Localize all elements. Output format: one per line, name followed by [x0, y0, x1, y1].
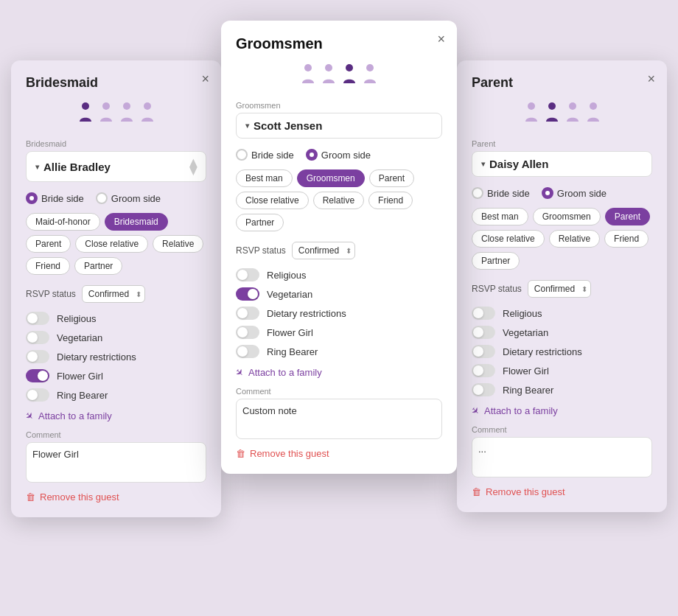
bridesmaid-side-row: Bride side Groom side	[26, 192, 206, 204]
groomsmen-toggle-flowergirl[interactable]: Flower Girl	[236, 326, 442, 339]
bridesmaid-flowergirl-toggle[interactable]	[26, 369, 49, 382]
bridesmaid-vegetarian-toggle[interactable]	[26, 331, 49, 344]
parent-dietary-toggle[interactable]	[472, 345, 495, 358]
groomsmen-bride-radio[interactable]	[236, 149, 248, 161]
bridesmaid-close-button[interactable]: ×	[201, 72, 209, 85]
parent-flowergirl-label: Flower Girl	[503, 365, 549, 377]
bridesmaid-religious-toggle[interactable]	[26, 312, 49, 325]
groomsmen-dietary-toggle[interactable]	[236, 307, 259, 320]
groomsmen-bride-label: Bride side	[251, 150, 294, 161]
parent-toggle-religious[interactable]: Religious	[472, 307, 652, 320]
bridesmaid-groom-radio[interactable]	[96, 192, 108, 204]
bridesmaid-comment-box[interactable]: Flower Girl	[26, 442, 206, 483]
parent-toggle-flowergirl[interactable]: Flower Girl	[472, 364, 652, 377]
parent-tag-close-relative[interactable]: Close relative	[472, 230, 545, 248]
bridesmaid-toggle-religious[interactable]: Religious	[26, 312, 206, 325]
groomsmen-dropdown-value: Scott Jensen	[254, 119, 322, 132]
groomsmen-tag-bestman[interactable]: Best man	[236, 169, 293, 187]
tag-maid-of-honor[interactable]: Maid-of-honor	[26, 213, 100, 231]
parent-comment-label: Comment	[472, 425, 652, 434]
parent-tag-friend[interactable]: Friend	[604, 230, 649, 248]
parent-remove-label: Remove this guest	[486, 486, 565, 497]
groomsmen-attach-link[interactable]: ✈ Attach to a family	[236, 367, 442, 378]
bridesmaid-dropdown-value: Allie Bradley	[43, 161, 111, 173]
groomsmen-rsvp-select-wrap[interactable]: Confirmed Pending Declined	[292, 242, 355, 259]
parent-tags: Best man Groomsmen Parent Close relative…	[472, 208, 652, 270]
parent-flowergirl-toggle[interactable]	[472, 364, 495, 377]
groomsmen-rsvp-select[interactable]: Confirmed Pending Declined	[292, 242, 355, 259]
parent-tag-partner[interactable]: Partner	[472, 252, 520, 270]
groomsmen-tag-groomsmen[interactable]: Groomsmen	[297, 169, 365, 187]
groomsmen-groom-radio[interactable]	[306, 149, 318, 161]
groomsmen-groom-side[interactable]: Groom side	[306, 149, 371, 161]
bridesmaid-dietary-label: Dietary restrictions	[57, 351, 136, 363]
tag-relative[interactable]: Relative	[153, 235, 203, 253]
parent-rsvp-select[interactable]: Confirmed Pending Declined	[528, 280, 591, 298]
parent-toggle-ringbearer[interactable]: Ring Bearer	[472, 383, 652, 396]
groomsmen-toggle-religious[interactable]: Religious	[236, 268, 442, 281]
groomsmen-comment-box[interactable]: Custom note	[236, 399, 442, 439]
parent-toggle-vegetarian[interactable]: Vegetarian	[472, 326, 652, 339]
bridesmaid-rsvp-select-wrap[interactable]: Confirmed Pending Declined	[82, 285, 145, 303]
parent-toggle-dietary[interactable]: Dietary restrictions	[472, 345, 652, 358]
groomsmen-tag-partner[interactable]: Partner	[236, 214, 284, 231]
parent-dropdown[interactable]: ▾ Daisy Allen	[472, 151, 652, 177]
parent-groom-radio[interactable]	[542, 187, 553, 199]
groomsmen-religious-toggle[interactable]	[236, 268, 259, 281]
groomsmen-flowergirl-toggle[interactable]	[236, 326, 259, 339]
parent-remove-button[interactable]: 🗑 Remove this guest	[472, 486, 565, 497]
svg-point-7	[590, 102, 597, 110]
parent-tag-parent[interactable]: Parent	[605, 208, 650, 225]
bridesmaid-toggle-vegetarian[interactable]: Vegetarian	[26, 331, 206, 344]
parent-ringbearer-toggle[interactable]	[472, 383, 495, 396]
bridesmaid-rsvp-select[interactable]: Confirmed Pending Declined	[82, 285, 145, 303]
groomsmen-close-button[interactable]: ×	[437, 32, 445, 46]
bridesmaid-ringbearer-label: Ring Bearer	[57, 390, 108, 401]
groomsmen-bride-side[interactable]: Bride side	[236, 149, 294, 161]
groomsmen-ringbearer-toggle[interactable]	[236, 345, 259, 358]
parent-attach-link[interactable]: ✈ Attach to a family	[472, 405, 652, 416]
bridesmaid-dropdown-arrow: ▾	[35, 163, 39, 171]
parent-tag-relative[interactable]: Relative	[549, 230, 600, 248]
groomsmen-toggle-ringbearer[interactable]: Ring Bearer	[236, 345, 442, 358]
bridesmaid-attach-link[interactable]: ✈ Attach to a family	[26, 410, 206, 421]
groomsmen-toggle-vegetarian[interactable]: Vegetarian	[236, 287, 442, 301]
groomsmen-tag-close-relative[interactable]: Close relative	[236, 192, 309, 209]
groomsmen-comment-label: Comment	[236, 387, 442, 396]
groomsmen-tag-friend[interactable]: Friend	[368, 192, 413, 209]
groomsmen-toggle-dietary[interactable]: Dietary restrictions	[236, 307, 442, 320]
parent-groom-side[interactable]: Groom side	[542, 187, 607, 199]
parent-rsvp-select-wrap[interactable]: Confirmed Pending Declined	[528, 280, 591, 298]
groomsmen-remove-button[interactable]: 🗑 Remove this guest	[236, 448, 329, 459]
groomsmen-tag-relative[interactable]: Relative	[313, 192, 364, 209]
bridesmaid-bride-side[interactable]: Bride side	[26, 192, 84, 204]
bridesmaid-bride-label: Bride side	[41, 193, 84, 204]
parent-comment-box[interactable]: ...	[472, 437, 652, 477]
parent-trash-icon: 🗑	[472, 486, 481, 497]
parent-close-button[interactable]: ×	[647, 72, 655, 85]
parent-bride-side[interactable]: Bride side	[472, 187, 530, 199]
bridesmaid-bride-radio[interactable]	[26, 192, 38, 204]
bridesmaid-remove-button[interactable]: 🗑 Remove this guest	[26, 491, 119, 503]
groomsmen-dropdown[interactable]: ▾ Scott Jensen	[236, 113, 442, 139]
bridesmaid-toggle-dietary[interactable]: Dietary restrictions	[26, 350, 206, 363]
bridesmaid-toggle-flowergirl[interactable]: Flower Girl	[26, 369, 206, 382]
tag-bridesmaid[interactable]: Bridesmaid	[105, 213, 168, 231]
parent-religious-toggle[interactable]	[472, 307, 495, 320]
bridesmaid-dropdown[interactable]: ▾ Allie Bradley ⧫	[26, 151, 206, 182]
groomsmen-tag-parent[interactable]: Parent	[369, 169, 414, 187]
tag-close-relative[interactable]: Close relative	[75, 235, 148, 253]
bridesmaid-ringbearer-toggle[interactable]	[26, 388, 49, 402]
parent-tag-bestman[interactable]: Best man	[472, 208, 528, 225]
parent-bride-radio[interactable]	[472, 187, 483, 199]
bridesmaid-groom-side[interactable]: Groom side	[96, 192, 161, 204]
parent-tag-groomsmen[interactable]: Groomsmen	[533, 208, 601, 225]
bridesmaid-panel: Bridesmaid × Bridesmaid ▾ Allie Bradley …	[11, 60, 221, 517]
groomsmen-vegetarian-toggle[interactable]	[236, 287, 259, 301]
tag-parent[interactable]: Parent	[26, 235, 71, 253]
bridesmaid-toggle-ringbearer[interactable]: Ring Bearer	[26, 388, 206, 402]
tag-friend[interactable]: Friend	[26, 257, 70, 275]
parent-vegetarian-toggle[interactable]	[472, 326, 495, 339]
tag-partner[interactable]: Partner	[74, 257, 122, 275]
bridesmaid-dietary-toggle[interactable]	[26, 350, 49, 363]
